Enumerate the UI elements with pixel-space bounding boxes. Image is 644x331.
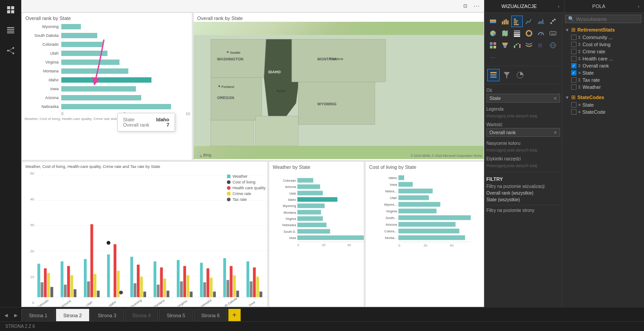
axis-dropdown[interactable]: State ✕ xyxy=(486,94,560,103)
expand-viz-btn[interactable]: › xyxy=(554,0,564,12)
svg-text:Utah: Utah xyxy=(289,192,296,195)
cost-chart-box[interactable]: Cost of living by State Idaho Iowa Nebra… xyxy=(365,161,484,307)
svg-rect-79 xyxy=(210,278,212,297)
field-overall-rank[interactable]: ✓ Σ Overall rank xyxy=(565,62,641,69)
checkbox-overall[interactable]: ✓ xyxy=(571,63,576,68)
tab-strona5[interactable]: Strona 5 xyxy=(159,309,193,321)
tooltip-state-label: State xyxy=(123,117,135,122)
tab-nav-left[interactable]: ◀ xyxy=(2,309,11,321)
viz-icon-line[interactable] xyxy=(523,16,535,27)
viz-icon-table[interactable] xyxy=(511,28,523,39)
weather-chart-box[interactable]: Weather by State Colorado Arizona Utah I… xyxy=(269,161,364,307)
viz-icon-waterfall[interactable] xyxy=(511,40,523,51)
group-label-sc: StateCodes xyxy=(577,95,604,100)
field-search-box[interactable]: 🔍 xyxy=(565,15,641,23)
checkbox-community[interactable] xyxy=(571,35,576,40)
viz-icon-pie[interactable] xyxy=(487,28,499,39)
svg-rect-44 xyxy=(47,273,50,297)
viz-icon-funnel[interactable] xyxy=(499,40,511,51)
viz-icon-bar[interactable] xyxy=(499,16,511,27)
map-area[interactable]: Seattle Portland Helena Boise WASHINGTON… xyxy=(194,22,484,159)
axis-label: Oś xyxy=(486,87,560,94)
bottom-left-chart-box[interactable]: Weather, Cost of living, Health-care qua… xyxy=(21,161,268,307)
svg-text:South...: South... xyxy=(386,216,397,220)
svg-rect-75 xyxy=(190,291,192,297)
field-statecode[interactable]: ≡ StateCode xyxy=(565,108,641,116)
field-state-retirement[interactable]: ✓ ≡ State xyxy=(565,69,641,76)
viz-icon-map[interactable] xyxy=(499,28,511,39)
tab-pola[interactable]: POLA xyxy=(564,0,634,12)
value-dropdown[interactable]: Overall rank ✕ xyxy=(486,128,560,137)
field-group-statecodes-header[interactable]: ▼ ⊞ StateCodes xyxy=(565,93,641,101)
viz-icon-stacked-bar[interactable] xyxy=(487,16,499,27)
checkbox-tax[interactable] xyxy=(571,77,576,83)
field-health-care[interactable]: Σ Health care ... xyxy=(565,55,641,62)
more-options-icon[interactable]: ⋯ xyxy=(473,2,481,10)
svg-rect-82 xyxy=(227,280,229,297)
search-input[interactable] xyxy=(576,16,638,22)
checkbox-state-ret[interactable]: ✓ xyxy=(571,70,576,76)
svg-point-9 xyxy=(12,47,14,49)
axis-close-icon[interactable]: ✕ xyxy=(553,96,557,101)
field-tax-rate[interactable]: Σ Tax rate xyxy=(565,76,641,84)
svg-rect-42 xyxy=(41,282,44,297)
abc-icon-statecode: ≡ xyxy=(578,110,580,114)
filter-overall-rank[interactable]: Overall rank (wszystkie) xyxy=(486,190,560,196)
viz-icon-donut[interactable] xyxy=(523,28,535,39)
svg-rect-81 xyxy=(223,258,226,297)
report-icon[interactable] xyxy=(4,4,17,16)
field-weather[interactable]: Σ Weather xyxy=(565,84,641,91)
checkbox-crime[interactable] xyxy=(571,49,576,54)
viz-icon-scatter[interactable] xyxy=(547,16,559,27)
svg-rect-74 xyxy=(187,275,189,297)
filter-state[interactable]: State (wszystkie) xyxy=(486,196,560,203)
viz-icon-matrix[interactable] xyxy=(487,40,499,51)
viz-icon-hbar-active[interactable] xyxy=(511,16,523,27)
checkbox-weather[interactable] xyxy=(571,84,576,90)
checkbox-health[interactable] xyxy=(571,56,576,61)
analytics-icon[interactable] xyxy=(514,69,526,81)
data-icon[interactable] xyxy=(4,24,17,36)
svg-text:Colora...: Colora... xyxy=(384,229,397,233)
field-cost-living[interactable]: Σ Cost of living xyxy=(565,41,641,48)
maximize-icon[interactable]: ⊡ xyxy=(461,2,469,10)
svg-text:Wyoming: Wyoming xyxy=(283,204,296,208)
map-box[interactable]: Overall rank by State xyxy=(193,12,484,160)
tab-strona6[interactable]: Strona 6 xyxy=(194,309,227,321)
viz-icon-globe[interactable] xyxy=(547,40,559,51)
svg-rect-90 xyxy=(259,291,262,297)
field-community[interactable]: Σ Community ... xyxy=(565,34,641,41)
add-tab-button[interactable]: + xyxy=(228,309,241,321)
svg-rect-45 xyxy=(51,287,53,297)
viz-icon-area[interactable] xyxy=(535,16,547,27)
svg-rect-83 xyxy=(230,266,232,297)
svg-rect-72 xyxy=(180,281,183,297)
viz-icon-card[interactable]: 123 xyxy=(547,28,559,39)
value-close-icon[interactable]: ✕ xyxy=(553,130,557,135)
field-state-sc[interactable]: ≡ State xyxy=(565,101,641,108)
checkbox-state-sc[interactable] xyxy=(571,102,576,108)
field-group-retirement-header[interactable]: ▼ ⊞ RetirementStats xyxy=(565,26,641,34)
checkbox-statecode[interactable] xyxy=(571,109,576,115)
canvas-area: Overall rank by State Wyoming South Dako… xyxy=(21,12,484,307)
checkbox-cost[interactable] xyxy=(571,42,576,47)
tab-wizualizacje[interactable]: WIZUALIZACJE xyxy=(485,0,554,12)
field-crime-rate[interactable]: Σ Crime rate xyxy=(565,48,641,55)
svg-rect-155 xyxy=(514,19,516,20)
viz-icon-gauge[interactable] xyxy=(535,28,547,39)
svg-rect-182 xyxy=(519,44,521,48)
filter-icon[interactable] xyxy=(501,69,513,81)
format-icon[interactable] xyxy=(487,69,500,81)
viz-icon-ribbon[interactable] xyxy=(523,40,535,51)
svg-rect-157 xyxy=(514,22,517,24)
top-left-chart-box[interactable]: Overall rank by State Wyoming South Dako… xyxy=(21,12,192,160)
tab-nav-right[interactable]: ▶ xyxy=(12,309,20,321)
tab-strona1[interactable]: Strona 1 xyxy=(21,309,55,321)
tab-strona3[interactable]: Strona 3 xyxy=(90,309,124,321)
tab-strona4[interactable]: Strona 4 xyxy=(125,309,159,321)
expand-fields-btn[interactable]: › xyxy=(633,0,644,12)
model-icon[interactable] xyxy=(4,44,17,57)
viz-icon-r[interactable]: R xyxy=(535,40,547,51)
abc-icon-state-sc: ≡ xyxy=(578,103,580,107)
tab-strona2[interactable]: Strona 2 xyxy=(56,309,90,321)
